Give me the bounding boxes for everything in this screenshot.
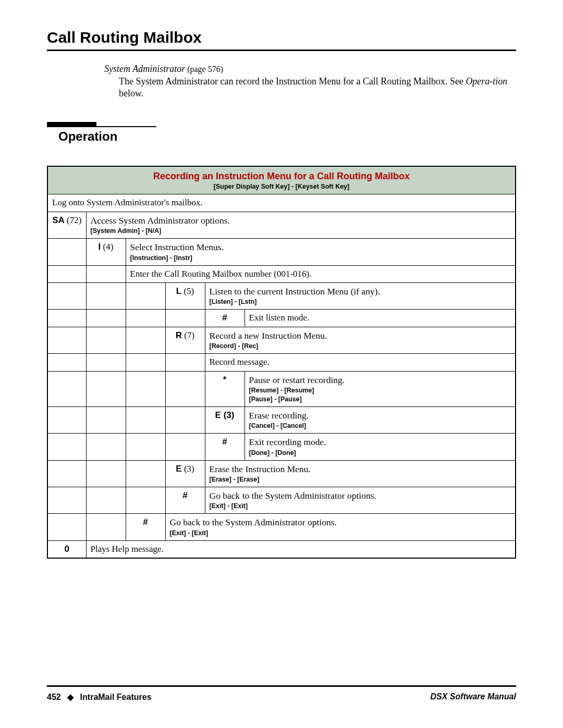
table-row: Enter the Call Routing Mailbox number (0…: [47, 265, 516, 282]
i-softkey: [Instruction] - [Instr]: [130, 254, 511, 262]
intro-body: The System Administrator can record the …: [119, 76, 516, 100]
operation-section: Operation: [47, 122, 516, 144]
l-key-label: L: [176, 286, 181, 296]
hash2-softkey: [Done] - [Done]: [249, 449, 511, 457]
operation-table: Recording an Instruction Menu for a Call…: [47, 166, 516, 559]
e3b-key: E (3): [165, 460, 205, 487]
sa-desc: Access System Administrator options.: [91, 215, 230, 226]
table-header-row: Recording an Instruction Menu for a Call…: [47, 166, 516, 194]
i-desc: Select Instruction Menus.: [130, 242, 224, 252]
sa-key-label: SA: [52, 215, 65, 225]
e3b-key-label: E: [176, 464, 181, 474]
l-softkey: [Listen] - [Lstn]: [210, 298, 511, 306]
table-row: # Go back to the System Administrator op…: [47, 487, 516, 514]
hash3-key: #: [165, 487, 205, 514]
page-title: Call Routing Mailbox: [47, 29, 516, 46]
sa-key: SA (72): [47, 212, 86, 238]
intro-body-pre: The System Administrator can record the …: [119, 76, 466, 87]
page-footer: 452 ◆ IntraMail Features DSX Software Ma…: [47, 685, 516, 702]
intro-body-em: Opera-tion: [466, 76, 507, 87]
e3a-key: E (3): [205, 406, 244, 433]
hash2-desc: Exit recording mode.: [249, 437, 326, 447]
r-key: R (7): [165, 327, 205, 353]
sa-softkey: [System Admin] - [N/A]: [91, 227, 511, 235]
sa-key-paren: (72): [65, 215, 82, 225]
i-key-paren: (4): [101, 242, 113, 252]
e3b-softkey: [Erase] - [Erase]: [210, 476, 511, 484]
table-row: R (7) Record a new Instruction Menu. [Re…: [47, 327, 516, 353]
table-row: Log onto System Administrator's mailbox.: [47, 194, 516, 212]
star-key: *: [205, 371, 244, 406]
r-key-paren: (7): [182, 330, 194, 340]
footer-diamond-icon: ◆: [67, 693, 74, 701]
star-softkey-1: [Resume] - [Resume]: [249, 387, 511, 394]
star-softkey-2: [Pause] - [Pause]: [249, 396, 511, 403]
r-key-label: R: [176, 330, 182, 340]
r-desc: Record a new Instruction Menu.: [210, 330, 327, 341]
table-row: # Exit recording mode. [Done] - [Done]: [47, 434, 516, 460]
e3a-desc: Erase recording.: [249, 410, 309, 421]
hash4-desc: Go back to the System Administrator opti…: [170, 517, 337, 527]
star-desc: Pause or restart recording.: [249, 375, 345, 385]
hash3-softkey: [Exit] - [Exit]: [210, 502, 511, 510]
intro-body-post: below.: [119, 88, 143, 98]
intro-block: System Administrator (page 576) The Syst…: [104, 64, 516, 100]
i-key: I (4): [86, 239, 126, 265]
footer-rule: [47, 685, 516, 687]
table-header-sub: [Super Display Soft Key] - [Keyset Soft …: [52, 183, 511, 191]
zero-desc: Plays Help message.: [86, 540, 516, 558]
section-heading: Operation: [58, 129, 516, 144]
l-desc: Listen to the current Instruction Menu (…: [210, 286, 381, 297]
table-row: E (3) Erase the Instruction Menu. [Erase…: [47, 460, 516, 487]
section-rule-thick: [47, 122, 96, 126]
e3b-desc: Erase the Instruction Menu.: [210, 464, 311, 474]
footer-right: DSX Software Manual: [431, 692, 516, 702]
hash1-key: #: [205, 310, 244, 327]
table-row: I (4) Select Instruction Menus. [Instruc…: [47, 239, 516, 265]
e3a-softkey: [Cancel] - [Cancel]: [249, 422, 511, 430]
footer-page-num: 452: [47, 693, 61, 701]
table-row: Record message.: [47, 354, 516, 371]
table-row: SA (72) Access System Administrator opti…: [47, 212, 516, 238]
intro-heading: System Administrator: [104, 64, 185, 74]
hash2-key: #: [205, 434, 244, 460]
hash1-desc: Exit listen mode.: [244, 310, 516, 327]
intro-heading-line: System Administrator (page 576): [104, 64, 516, 75]
l-key-paren: (5): [181, 286, 194, 296]
table-header-title: Recording an Instruction Menu for a Call…: [52, 171, 511, 182]
table-row: E (3) Erase recording. [Cancel] - [Cance…: [47, 406, 516, 433]
l-key: L (5): [165, 282, 205, 309]
table-row: # Go back to the System Administrator op…: [47, 514, 516, 540]
footer-section: IntraMail Features: [80, 693, 152, 701]
intro-page-ref: (page 576): [185, 65, 223, 73]
enter-crm: Enter the Call Routing Mailbox number (0…: [126, 265, 516, 282]
record-msg: Record message.: [205, 354, 516, 371]
logon-desc: Log onto System Administrator's mailbox.: [47, 194, 516, 212]
table-row: L (5) Listen to the current Instruction …: [47, 282, 516, 309]
table-row: # Exit listen mode.: [47, 310, 516, 327]
table-row: 0 Plays Help message.: [47, 540, 516, 558]
zero-key: 0: [47, 540, 86, 558]
hash4-softkey: [Exit] - [Exit]: [170, 529, 511, 537]
table-row: * Pause or restart recording. [Resume] -…: [47, 371, 516, 406]
title-rule: [47, 50, 516, 51]
footer-left: 452 ◆ IntraMail Features: [47, 692, 152, 702]
hash4-key: #: [126, 514, 165, 540]
e3b-key-paren: (3): [182, 464, 194, 474]
hash3-desc: Go back to the System Administrator opti…: [210, 490, 376, 501]
r-softkey: [Record] - [Rec]: [210, 342, 511, 350]
section-rule-thin: [47, 126, 156, 127]
